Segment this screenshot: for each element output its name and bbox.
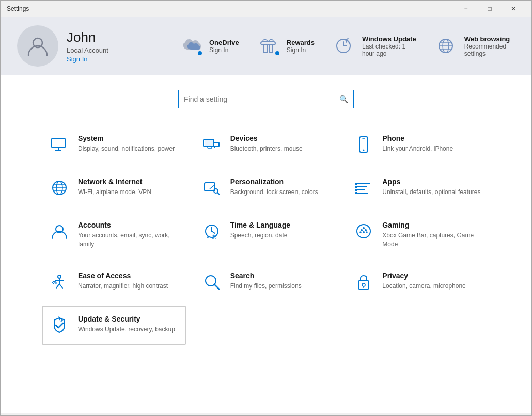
settings-item-gaming[interactable]: Gaming Xbox Game Bar, captures, Game Mod… bbox=[346, 212, 490, 258]
svg-point-54 bbox=[362, 283, 365, 286]
rewards-desc: Sign In bbox=[287, 46, 315, 54]
apps-title: Apps bbox=[382, 178, 483, 186]
windows-update-text: Windows Update Last checked: 1 hour ago bbox=[362, 35, 417, 57]
svg-rect-15 bbox=[214, 142, 219, 147]
svg-point-20 bbox=[363, 150, 365, 151]
svg-rect-35 bbox=[355, 189, 357, 191]
settings-item-devices[interactable]: Devices Bluetooth, printers, mouse bbox=[194, 125, 338, 164]
apps-text: Apps Uninstall, defaults, optional featu… bbox=[382, 178, 483, 197]
svg-point-45 bbox=[363, 227, 365, 229]
maximize-button[interactable]: □ bbox=[478, 1, 502, 17]
web-browsing-text: Web browsing Recommended settings bbox=[464, 35, 515, 57]
settings-item-privacy[interactable]: Privacy Location, camera, microphone bbox=[346, 262, 490, 301]
web-browsing-icon bbox=[433, 36, 458, 56]
personalization-desc: Background, lock screen, colors bbox=[230, 188, 331, 197]
settings-item-system[interactable]: System Display, sound, notifications, po… bbox=[42, 125, 186, 164]
svg-rect-33 bbox=[355, 183, 357, 185]
apps-desc: Uninstall, defaults, optional features bbox=[382, 188, 483, 197]
gaming-title: Gaming bbox=[382, 221, 483, 229]
onedrive-name: OneDrive bbox=[209, 39, 239, 46]
web-browsing-service[interactable]: Web browsing Recommended settings bbox=[433, 35, 515, 57]
update-security-icon bbox=[49, 315, 70, 335]
settings-item-ease-of-access[interactable]: Ease of Access Narrator, magnifier, high… bbox=[42, 262, 186, 301]
user-section: John Local Account Sign In bbox=[17, 25, 162, 67]
time-icon: A あ bbox=[201, 221, 222, 242]
devices-title: Devices bbox=[230, 134, 331, 142]
phone-title: Phone bbox=[382, 134, 483, 142]
svg-point-48 bbox=[360, 232, 361, 233]
accounts-text: Accounts Your accounts, email, sync, wor… bbox=[78, 221, 179, 249]
network-text: Network & Internet Wi-Fi, airplane mode,… bbox=[78, 178, 179, 197]
user-name: John bbox=[67, 29, 108, 45]
devices-text: Devices Bluetooth, printers, mouse bbox=[230, 134, 331, 153]
svg-rect-2 bbox=[264, 45, 267, 52]
rewards-icon bbox=[256, 36, 280, 56]
svg-point-46 bbox=[365, 229, 367, 231]
svg-rect-34 bbox=[355, 186, 357, 188]
windows-update-service[interactable]: Windows Update Last checked: 1 hour ago bbox=[331, 35, 417, 57]
accounts-icon bbox=[49, 221, 70, 242]
devices-icon bbox=[201, 134, 222, 155]
search-input[interactable] bbox=[184, 95, 339, 103]
svg-line-52 bbox=[215, 285, 219, 289]
windows-update-icon bbox=[331, 36, 356, 56]
phone-icon bbox=[353, 134, 374, 155]
svg-point-44 bbox=[361, 229, 363, 231]
minimize-button[interactable]: − bbox=[454, 1, 478, 17]
rewards-service[interactable]: Rewards Sign In bbox=[256, 35, 315, 57]
onedrive-icon bbox=[178, 36, 203, 56]
svg-line-28 bbox=[217, 193, 220, 195]
main-content: 🔍 System Display, sound, notifications, … bbox=[1, 75, 531, 413]
phone-text: Phone Link your Android, iPhone bbox=[382, 134, 483, 153]
close-button[interactable]: ✕ bbox=[502, 1, 525, 17]
accounts-title: Accounts bbox=[78, 221, 179, 229]
onedrive-text: OneDrive Sign In bbox=[209, 39, 239, 54]
search-icon: 🔍 bbox=[339, 95, 348, 103]
settings-item-personalization[interactable]: Personalization Background, lock screen,… bbox=[194, 168, 338, 207]
user-type: Local Account bbox=[67, 46, 108, 54]
settings-item-apps[interactable]: Apps Uninstall, defaults, optional featu… bbox=[346, 168, 490, 207]
onedrive-desc: Sign In bbox=[209, 46, 239, 54]
search-settings-desc: Find my files, permissions bbox=[230, 282, 331, 291]
settings-item-update-security[interactable]: Update & Security Windows Update, recove… bbox=[42, 306, 186, 345]
update-security-desc: Windows Update, recovery, backup bbox=[78, 325, 179, 334]
accounts-desc: Your accounts, email, sync, work, family bbox=[78, 231, 179, 249]
personalization-text: Personalization Background, lock screen,… bbox=[230, 178, 331, 197]
svg-rect-3 bbox=[269, 45, 272, 52]
ease-of-access-desc: Narrator, magnifier, high contrast bbox=[78, 282, 179, 291]
svg-rect-26 bbox=[205, 183, 215, 191]
rewards-text: Rewards Sign In bbox=[287, 39, 315, 54]
rewards-status-dot bbox=[274, 50, 280, 56]
privacy-text: Privacy Location, camera, microphone bbox=[382, 271, 483, 291]
settings-item-time[interactable]: A あ Time & Language Speech, region, date bbox=[194, 212, 338, 258]
svg-text:あ: あ bbox=[212, 234, 217, 239]
settings-item-search[interactable]: Search Find my files, permissions bbox=[194, 262, 338, 301]
ease-of-access-icon bbox=[49, 271, 70, 292]
svg-text:A: A bbox=[207, 235, 210, 239]
svg-point-47 bbox=[363, 231, 365, 233]
onedrive-service[interactable]: OneDrive Sign In bbox=[178, 35, 239, 57]
network-desc: Wi-Fi, airplane mode, VPN bbox=[78, 188, 179, 197]
search-settings-icon bbox=[201, 271, 222, 292]
search-box: 🔍 bbox=[178, 90, 354, 108]
settings-item-phone[interactable]: Phone Link your Android, iPhone bbox=[346, 125, 490, 164]
titlebar: Settings − □ ✕ bbox=[1, 1, 531, 17]
system-desc: Display, sound, notifications, power bbox=[78, 145, 179, 153]
sign-in-link[interactable]: Sign In bbox=[67, 55, 108, 63]
settings-item-accounts[interactable]: Accounts Your accounts, email, sync, wor… bbox=[42, 212, 186, 258]
system-icon bbox=[49, 134, 70, 155]
user-info: John Local Account Sign In bbox=[67, 29, 108, 63]
phone-desc: Link your Android, iPhone bbox=[382, 145, 483, 153]
devices-desc: Bluetooth, printers, mouse bbox=[230, 145, 331, 153]
time-text: Time & Language Speech, region, date bbox=[230, 221, 331, 240]
settings-item-network[interactable]: Network & Internet Wi-Fi, airplane mode,… bbox=[42, 168, 186, 207]
header: John Local Account Sign In OneDrive Sign… bbox=[1, 17, 531, 75]
search-settings-title: Search bbox=[230, 271, 331, 280]
privacy-title: Privacy bbox=[382, 271, 483, 280]
svg-rect-10 bbox=[52, 138, 65, 148]
ease-of-access-title: Ease of Access bbox=[78, 271, 179, 280]
app-title: Settings bbox=[7, 5, 29, 12]
window-controls: − □ ✕ bbox=[454, 1, 525, 17]
search-container: 🔍 bbox=[42, 90, 490, 108]
svg-point-51 bbox=[206, 276, 216, 286]
